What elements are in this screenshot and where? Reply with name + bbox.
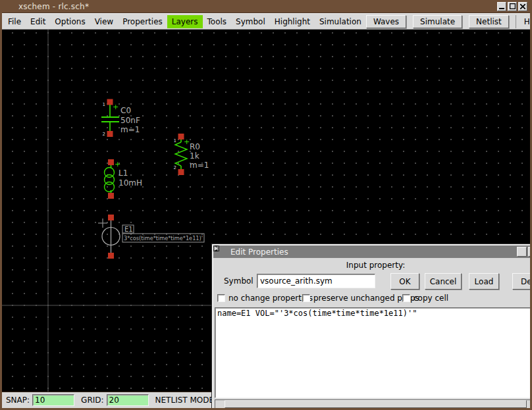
netlist-button[interactable]: Netlist <box>469 15 509 28</box>
menu-symbol[interactable]: Symbol <box>231 15 270 28</box>
menu-edit[interactable]: Edit <box>26 15 50 28</box>
component-value: 3*cos(time*time*time*1e11)' <box>124 235 203 242</box>
scrollbar-thumb[interactable] <box>225 400 527 408</box>
component-ref: E1 <box>124 226 133 233</box>
component-inductor-l1[interactable]: + L1 10mH <box>105 159 142 199</box>
maximize-icon[interactable] <box>508 2 517 11</box>
grid-input[interactable] <box>107 394 149 406</box>
dialog-minimize-icon[interactable] <box>517 247 527 257</box>
symbol-label: Symbol <box>224 276 253 286</box>
scroll-right-icon[interactable] <box>527 400 532 408</box>
copy-cell-checkbox[interactable] <box>402 294 410 302</box>
menu-help[interactable]: Help <box>516 15 532 28</box>
component-value: 10mH <box>119 178 142 188</box>
pin-terminal <box>108 193 114 199</box>
snap-input[interactable] <box>32 394 74 406</box>
pin-number: 1 <box>174 138 176 143</box>
menubar: File Edit Options View Properties Layers… <box>2 13 530 30</box>
checkbox-row: no change properties preserve unchanged … <box>213 294 532 305</box>
pin-number: 2 <box>103 132 105 137</box>
scroll-left-icon[interactable] <box>215 400 225 408</box>
simulate-button[interactable]: Simulate <box>413 15 462 28</box>
checkbox-label: copy cell <box>413 294 448 303</box>
menu-layers[interactable]: Layers <box>167 15 203 28</box>
copy-cell-option[interactable]: copy cell <box>402 294 448 303</box>
symbol-input[interactable] <box>257 274 375 288</box>
close-icon[interactable] <box>518 2 527 11</box>
titlebar[interactable]: xschem - rlc.sch* <box>2 0 530 13</box>
component-mult: m=1 <box>120 125 140 134</box>
polarity-plus: + <box>184 138 190 146</box>
ok-button[interactable]: OK <box>390 273 419 290</box>
menu-options[interactable]: Options <box>50 15 90 28</box>
snap-label: SNAP: <box>6 396 30 405</box>
symbol-row: Symbol OK Cancel Load Del <box>213 271 532 292</box>
menu-file[interactable]: File <box>3 15 26 28</box>
load-button[interactable]: Load <box>469 273 499 290</box>
input-property-label: Input property: <box>213 258 532 271</box>
pin-terminal <box>108 159 114 165</box>
edit-properties-dialog: Edit Properties Input property: Symbol O… <box>212 244 532 410</box>
schematic-canvas[interactable]: 1 2 + C0 50nF m=1 + L1 10mH <box>2 30 530 392</box>
pin-terminal <box>178 169 184 175</box>
polarity-plus: + <box>113 103 119 111</box>
property-textarea[interactable]: name=E1 VOL="'3*cos(time*time*time*1e11)… <box>215 307 532 398</box>
component-capacitor-c0[interactable]: 1 2 + C0 50nF m=1 <box>101 99 140 138</box>
pin-number: 2 <box>174 165 176 170</box>
dialog-controls <box>517 247 532 257</box>
waves-button[interactable]: Waves <box>366 15 406 28</box>
window-title: xschem - rlc.sch* <box>18 2 89 11</box>
menu-highlight[interactable]: Highlight <box>270 15 315 28</box>
pin-terminal <box>107 131 113 137</box>
checkbox-label: no change properties <box>228 294 313 303</box>
menu-properties[interactable]: Properties <box>118 15 167 28</box>
cancel-button[interactable]: Cancel <box>425 273 462 290</box>
del-button[interactable]: Del <box>512 273 532 290</box>
component-mult: m=1 <box>190 161 209 170</box>
component-resistor-r0[interactable]: 1 2 + R0 1k m=1 <box>174 134 209 175</box>
polarity-plus: + <box>115 160 120 168</box>
menu-view[interactable]: View <box>90 15 118 28</box>
window-controls <box>497 2 530 11</box>
component-vsource-e1-selected[interactable]: E1 3*cos(time*time*time*1e11)' <box>98 215 204 259</box>
no-change-properties-option[interactable]: no change properties <box>217 294 313 303</box>
pin-terminal <box>108 215 114 220</box>
pin-number: 1 <box>103 102 105 107</box>
component-ref: L1 <box>119 168 128 178</box>
horizontal-scrollbar[interactable] <box>215 399 532 409</box>
menu-tools[interactable]: Tools <box>203 15 232 28</box>
dialog-titlebar[interactable]: Edit Properties <box>213 245 532 258</box>
pin-terminal <box>108 253 114 259</box>
component-ref: C0 <box>120 106 131 115</box>
minimize-icon[interactable] <box>497 2 506 11</box>
grid-label: GRID: <box>81 396 103 405</box>
component-ref: R0 <box>190 142 200 151</box>
dialog-maximize-icon[interactable] <box>528 247 532 257</box>
component-value: 1k <box>190 151 200 161</box>
netlist-mode-label: NETLIST MODE: <box>155 396 217 405</box>
menu-simulation[interactable]: Simulation <box>315 15 366 28</box>
component-value: 50nF <box>120 116 140 125</box>
dialog-title: Edit Properties <box>230 247 288 257</box>
preserve-unchanged-props-checkbox[interactable] <box>302 294 310 302</box>
no-change-properties-checkbox[interactable] <box>217 294 225 302</box>
xschem-window: xschem - rlc.sch* File Edit Options View… <box>0 0 532 410</box>
